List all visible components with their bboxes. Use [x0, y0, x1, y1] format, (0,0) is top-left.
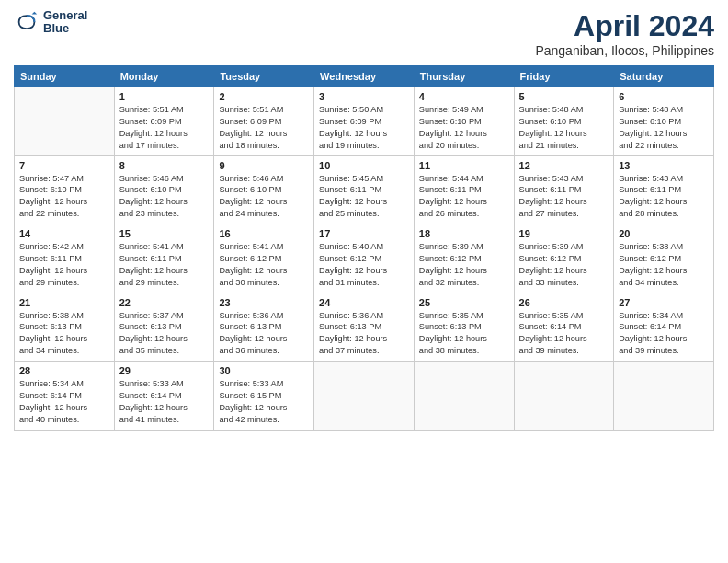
day-info: Sunrise: 5:45 AM Sunset: 6:11 PM Dayligh…: [319, 173, 409, 221]
header-saturday: Saturday: [614, 66, 714, 87]
day-info: Sunrise: 5:39 AM Sunset: 6:12 PM Dayligh…: [519, 241, 609, 289]
day-info: Sunrise: 5:39 AM Sunset: 6:12 PM Dayligh…: [419, 241, 509, 289]
day-info: Sunrise: 5:47 AM Sunset: 6:10 PM Dayligh…: [19, 173, 109, 221]
logo-icon: [14, 9, 40, 35]
table-row: 15Sunrise: 5:41 AM Sunset: 6:11 PM Dayli…: [114, 224, 214, 293]
calendar-week-row: 21Sunrise: 5:38 AM Sunset: 6:13 PM Dayli…: [15, 293, 714, 362]
header-tuesday: Tuesday: [214, 66, 314, 87]
day-info: Sunrise: 5:51 AM Sunset: 6:09 PM Dayligh…: [119, 104, 210, 152]
calendar-table: Sunday Monday Tuesday Wednesday Thursday…: [14, 65, 714, 431]
table-row: 10Sunrise: 5:45 AM Sunset: 6:11 PM Dayli…: [314, 155, 415, 224]
day-number: 18: [419, 228, 509, 239]
day-number: 29: [119, 365, 210, 376]
day-number: 12: [519, 160, 609, 171]
table-row: 1Sunrise: 5:51 AM Sunset: 6:09 PM Daylig…: [114, 87, 214, 156]
day-number: 8: [119, 160, 210, 171]
day-number: 28: [19, 365, 109, 376]
day-info: Sunrise: 5:48 AM Sunset: 6:10 PM Dayligh…: [519, 104, 609, 152]
day-number: 3: [319, 91, 409, 102]
day-number: 11: [419, 160, 509, 171]
day-info: Sunrise: 5:41 AM Sunset: 6:11 PM Dayligh…: [119, 241, 210, 289]
day-number: 20: [619, 228, 709, 239]
day-info: Sunrise: 5:38 AM Sunset: 6:13 PM Dayligh…: [19, 310, 109, 358]
page: General Blue April 2024 Panganiban, Iloc…: [0, 0, 728, 563]
table-row: 8Sunrise: 5:46 AM Sunset: 6:10 PM Daylig…: [114, 155, 214, 224]
header-friday: Friday: [514, 66, 614, 87]
header-monday: Monday: [114, 66, 214, 87]
table-row: 27Sunrise: 5:34 AM Sunset: 6:14 PM Dayli…: [614, 293, 714, 362]
svg-rect-0: [14, 9, 40, 35]
table-row: 7Sunrise: 5:47 AM Sunset: 6:10 PM Daylig…: [15, 155, 115, 224]
day-info: Sunrise: 5:51 AM Sunset: 6:09 PM Dayligh…: [219, 104, 309, 152]
table-row: 30Sunrise: 5:33 AM Sunset: 6:15 PM Dayli…: [214, 362, 314, 431]
table-row: 4Sunrise: 5:49 AM Sunset: 6:10 PM Daylig…: [414, 87, 514, 156]
day-number: 23: [219, 297, 309, 308]
day-number: 1: [119, 91, 210, 102]
table-row: 14Sunrise: 5:42 AM Sunset: 6:11 PM Dayli…: [15, 224, 115, 293]
table-row: 6Sunrise: 5:48 AM Sunset: 6:10 PM Daylig…: [614, 87, 714, 156]
table-row: 23Sunrise: 5:36 AM Sunset: 6:13 PM Dayli…: [214, 293, 314, 362]
table-row: [414, 362, 514, 431]
table-row: 13Sunrise: 5:43 AM Sunset: 6:11 PM Dayli…: [614, 155, 714, 224]
logo-text: General Blue: [43, 9, 87, 36]
table-row: 28Sunrise: 5:34 AM Sunset: 6:14 PM Dayli…: [15, 362, 115, 431]
day-number: 2: [219, 91, 309, 102]
table-row: 9Sunrise: 5:46 AM Sunset: 6:10 PM Daylig…: [214, 155, 314, 224]
day-info: Sunrise: 5:50 AM Sunset: 6:09 PM Dayligh…: [319, 104, 409, 152]
day-number: 17: [319, 228, 409, 239]
table-row: [514, 362, 614, 431]
table-row: 12Sunrise: 5:43 AM Sunset: 6:11 PM Dayli…: [514, 155, 614, 224]
header-sunday: Sunday: [15, 66, 115, 87]
day-info: Sunrise: 5:42 AM Sunset: 6:11 PM Dayligh…: [19, 241, 109, 289]
day-number: 21: [19, 297, 109, 308]
table-row: 5Sunrise: 5:48 AM Sunset: 6:10 PM Daylig…: [514, 87, 614, 156]
day-number: 9: [219, 160, 309, 171]
calendar-header-row: Sunday Monday Tuesday Wednesday Thursday…: [15, 66, 714, 87]
table-row: 3Sunrise: 5:50 AM Sunset: 6:09 PM Daylig…: [314, 87, 415, 156]
day-info: Sunrise: 5:48 AM Sunset: 6:10 PM Dayligh…: [619, 104, 709, 152]
day-info: Sunrise: 5:43 AM Sunset: 6:11 PM Dayligh…: [519, 173, 609, 221]
table-row: [314, 362, 415, 431]
day-number: 10: [319, 160, 409, 171]
table-row: [614, 362, 714, 431]
day-number: 27: [619, 297, 709, 308]
day-info: Sunrise: 5:33 AM Sunset: 6:15 PM Dayligh…: [219, 378, 309, 426]
table-row: 17Sunrise: 5:40 AM Sunset: 6:12 PM Dayli…: [314, 224, 415, 293]
day-info: Sunrise: 5:36 AM Sunset: 6:13 PM Dayligh…: [319, 310, 409, 358]
table-row: 2Sunrise: 5:51 AM Sunset: 6:09 PM Daylig…: [214, 87, 314, 156]
day-info: Sunrise: 5:35 AM Sunset: 6:13 PM Dayligh…: [419, 310, 509, 358]
day-info: Sunrise: 5:44 AM Sunset: 6:11 PM Dayligh…: [419, 173, 509, 221]
table-row: 19Sunrise: 5:39 AM Sunset: 6:12 PM Dayli…: [514, 224, 614, 293]
day-number: 4: [419, 91, 509, 102]
table-row: 20Sunrise: 5:38 AM Sunset: 6:12 PM Dayli…: [614, 224, 714, 293]
day-info: Sunrise: 5:40 AM Sunset: 6:12 PM Dayligh…: [319, 241, 409, 289]
day-info: Sunrise: 5:37 AM Sunset: 6:13 PM Dayligh…: [119, 310, 210, 358]
table-row: 25Sunrise: 5:35 AM Sunset: 6:13 PM Dayli…: [414, 293, 514, 362]
calendar-week-row: 1Sunrise: 5:51 AM Sunset: 6:09 PM Daylig…: [15, 87, 714, 156]
day-number: 30: [219, 365, 309, 376]
day-info: Sunrise: 5:49 AM Sunset: 6:10 PM Dayligh…: [419, 104, 509, 152]
day-number: 5: [519, 91, 609, 102]
calendar-subtitle: Panganiban, Ilocos, Philippines: [535, 43, 714, 58]
table-row: 16Sunrise: 5:41 AM Sunset: 6:12 PM Dayli…: [214, 224, 314, 293]
day-info: Sunrise: 5:34 AM Sunset: 6:14 PM Dayligh…: [619, 310, 709, 358]
day-info: Sunrise: 5:33 AM Sunset: 6:14 PM Dayligh…: [119, 378, 210, 426]
day-info: Sunrise: 5:46 AM Sunset: 6:10 PM Dayligh…: [219, 173, 309, 221]
day-info: Sunrise: 5:34 AM Sunset: 6:14 PM Dayligh…: [19, 378, 109, 426]
day-number: 26: [519, 297, 609, 308]
day-number: 13: [619, 160, 709, 171]
day-number: 15: [119, 228, 210, 239]
table-row: 18Sunrise: 5:39 AM Sunset: 6:12 PM Dayli…: [414, 224, 514, 293]
table-row: [15, 87, 115, 156]
header-thursday: Thursday: [414, 66, 514, 87]
day-number: 25: [419, 297, 509, 308]
logo: General Blue: [14, 9, 87, 36]
table-row: 21Sunrise: 5:38 AM Sunset: 6:13 PM Dayli…: [15, 293, 115, 362]
calendar-week-row: 14Sunrise: 5:42 AM Sunset: 6:11 PM Dayli…: [15, 224, 714, 293]
table-row: 29Sunrise: 5:33 AM Sunset: 6:14 PM Dayli…: [114, 362, 214, 431]
day-number: 16: [219, 228, 309, 239]
logo-line1: General: [43, 9, 87, 22]
day-number: 22: [119, 297, 210, 308]
day-number: 24: [319, 297, 409, 308]
day-info: Sunrise: 5:41 AM Sunset: 6:12 PM Dayligh…: [219, 241, 309, 289]
